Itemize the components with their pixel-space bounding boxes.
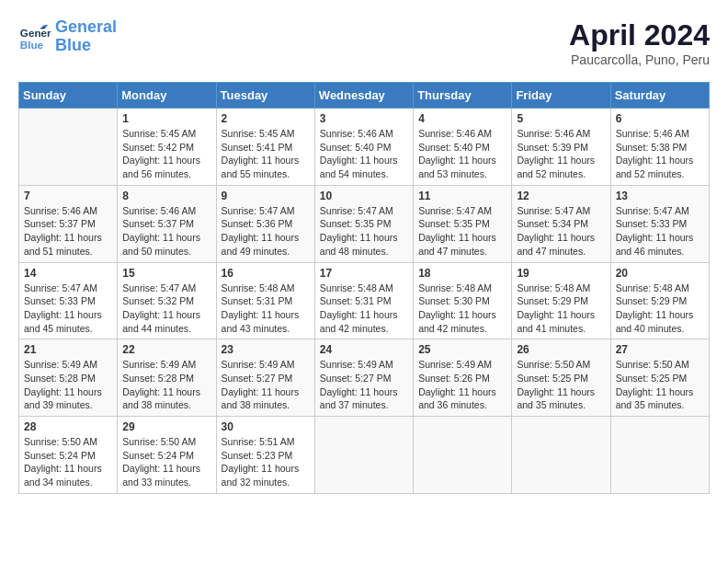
svg-text:General: General — [20, 27, 51, 39]
calendar-body: 1 Sunrise: 5:45 AM Sunset: 5:42 PM Dayli… — [19, 109, 710, 494]
sunrise-label: Sunrise: 5:50 AM — [517, 359, 590, 370]
sunrise-label: Sunrise: 5:48 AM — [616, 282, 689, 293]
day-number: 12 — [517, 190, 605, 202]
calendar-cell: 20 Sunrise: 5:48 AM Sunset: 5:29 PM Dayl… — [610, 262, 709, 339]
day-info: Sunrise: 5:48 AM Sunset: 5:29 PM Dayligh… — [616, 282, 704, 336]
daylight-label: Daylight: 11 hours and 45 minutes. — [24, 309, 102, 334]
daylight-label: Daylight: 11 hours and 34 minutes. — [24, 463, 102, 488]
day-info: Sunrise: 5:45 AM Sunset: 5:41 PM Dayligh… — [222, 127, 310, 181]
day-info: Sunrise: 5:50 AM Sunset: 5:25 PM Dayligh… — [517, 358, 605, 412]
sunrise-label: Sunrise: 5:50 AM — [24, 436, 97, 447]
day-number: 7 — [24, 190, 112, 202]
calendar-cell — [19, 109, 118, 186]
day-number: 28 — [24, 420, 112, 433]
calendar-cell — [610, 417, 709, 494]
sunrise-label: Sunrise: 5:46 AM — [418, 128, 492, 139]
calendar-cell: 4 Sunrise: 5:46 AM Sunset: 5:40 PM Dayli… — [414, 109, 512, 186]
sunrise-label: Sunrise: 5:49 AM — [222, 359, 295, 370]
day-number: 25 — [418, 343, 506, 356]
sunrise-label: Sunrise: 5:48 AM — [320, 282, 393, 293]
calendar-cell: 10 Sunrise: 5:47 AM Sunset: 5:35 PM Dayl… — [314, 185, 413, 262]
day-number: 20 — [616, 267, 704, 280]
sunset-label: Sunset: 5:27 PM — [222, 373, 293, 384]
sunrise-label: Sunrise: 5:45 AM — [122, 128, 196, 139]
day-info: Sunrise: 5:47 AM Sunset: 5:34 PM Dayligh… — [517, 204, 605, 259]
calendar-cell: 13 Sunrise: 5:47 AM Sunset: 5:33 PM Dayl… — [610, 185, 709, 262]
sunrise-label: Sunrise: 5:47 AM — [24, 282, 97, 293]
calendar-cell: 11 Sunrise: 5:47 AM Sunset: 5:35 PM Dayl… — [414, 185, 512, 262]
sunset-label: Sunset: 5:30 PM — [418, 295, 490, 306]
calendar-cell: 23 Sunrise: 5:49 AM Sunset: 5:27 PM Dayl… — [216, 339, 314, 417]
sunrise-label: Sunrise: 5:46 AM — [24, 205, 97, 216]
day-info: Sunrise: 5:48 AM Sunset: 5:31 PM Dayligh… — [222, 282, 310, 336]
calendar-cell: 9 Sunrise: 5:47 AM Sunset: 5:36 PM Dayli… — [216, 185, 314, 262]
day-number: 6 — [616, 112, 704, 125]
day-number: 30 — [222, 420, 310, 433]
sunset-label: Sunset: 5:42 PM — [122, 142, 194, 153]
day-number: 4 — [418, 112, 506, 125]
calendar-cell: 8 Sunrise: 5:46 AM Sunset: 5:37 PM Dayli… — [118, 185, 216, 262]
weekday-header: Friday — [512, 83, 610, 109]
calendar-cell: 2 Sunrise: 5:45 AM Sunset: 5:41 PM Dayli… — [216, 109, 314, 186]
weekday-header: Wednesday — [314, 83, 413, 109]
day-info: Sunrise: 5:49 AM Sunset: 5:27 PM Dayligh… — [222, 358, 310, 412]
sunset-label: Sunset: 5:33 PM — [616, 218, 688, 229]
day-info: Sunrise: 5:47 AM Sunset: 5:33 PM Dayligh… — [616, 204, 704, 259]
day-info: Sunrise: 5:50 AM Sunset: 5:24 PM Dayligh… — [24, 435, 112, 489]
calendar-week-row: 7 Sunrise: 5:46 AM Sunset: 5:37 PM Dayli… — [19, 185, 710, 262]
sunset-label: Sunset: 5:24 PM — [122, 450, 194, 461]
logo-icon: General Blue — [18, 20, 51, 53]
calendar-week-row: 1 Sunrise: 5:45 AM Sunset: 5:42 PM Dayli… — [19, 109, 710, 186]
daylight-label: Daylight: 11 hours and 32 minutes. — [222, 463, 300, 488]
calendar-table: SundayMondayTuesdayWednesdayThursdayFrid… — [18, 82, 710, 494]
sunrise-label: Sunrise: 5:46 AM — [320, 128, 393, 139]
calendar-cell: 29 Sunrise: 5:50 AM Sunset: 5:24 PM Dayl… — [118, 417, 216, 494]
daylight-label: Daylight: 11 hours and 46 minutes. — [616, 232, 694, 257]
daylight-label: Daylight: 11 hours and 37 minutes. — [320, 386, 398, 411]
daylight-label: Daylight: 11 hours and 41 minutes. — [517, 309, 595, 334]
day-info: Sunrise: 5:46 AM Sunset: 5:37 PM Dayligh… — [122, 204, 210, 259]
daylight-label: Daylight: 11 hours and 43 minutes. — [222, 309, 300, 334]
sunset-label: Sunset: 5:26 PM — [418, 373, 490, 384]
daylight-label: Daylight: 11 hours and 38 minutes. — [222, 386, 300, 411]
sunset-label: Sunset: 5:28 PM — [24, 373, 96, 384]
day-info: Sunrise: 5:46 AM Sunset: 5:38 PM Dayligh… — [616, 127, 704, 181]
day-number: 8 — [122, 190, 210, 202]
sunrise-label: Sunrise: 5:48 AM — [222, 282, 295, 293]
sunrise-label: Sunrise: 5:50 AM — [616, 359, 689, 370]
sunset-label: Sunset: 5:36 PM — [222, 218, 293, 229]
daylight-label: Daylight: 11 hours and 49 minutes. — [222, 232, 300, 257]
sunrise-label: Sunrise: 5:46 AM — [122, 205, 196, 216]
daylight-label: Daylight: 11 hours and 35 minutes. — [517, 386, 595, 411]
calendar-cell: 30 Sunrise: 5:51 AM Sunset: 5:23 PM Dayl… — [216, 417, 314, 494]
logo-text: GeneralBlue — [55, 18, 117, 55]
sunrise-label: Sunrise: 5:47 AM — [122, 282, 196, 293]
daylight-label: Daylight: 11 hours and 54 minutes. — [320, 155, 398, 179]
sunset-label: Sunset: 5:31 PM — [222, 295, 293, 306]
day-number: 11 — [418, 190, 506, 202]
sunrise-label: Sunrise: 5:45 AM — [222, 128, 295, 139]
page-header: General Blue GeneralBlue April 2024 Pauc… — [18, 18, 710, 67]
daylight-label: Daylight: 11 hours and 51 minutes. — [24, 232, 102, 257]
day-number: 15 — [122, 267, 210, 280]
day-info: Sunrise: 5:48 AM Sunset: 5:29 PM Dayligh… — [517, 282, 605, 336]
weekday-header: Thursday — [414, 83, 512, 109]
sunset-label: Sunset: 5:29 PM — [616, 295, 688, 306]
calendar-cell: 3 Sunrise: 5:46 AM Sunset: 5:40 PM Dayli… — [314, 109, 413, 186]
sunset-label: Sunset: 5:37 PM — [24, 218, 96, 229]
daylight-label: Daylight: 11 hours and 52 minutes. — [517, 155, 595, 179]
sunset-label: Sunset: 5:40 PM — [320, 142, 392, 153]
day-info: Sunrise: 5:49 AM Sunset: 5:26 PM Dayligh… — [418, 358, 506, 412]
weekday-header: Monday — [118, 83, 216, 109]
logo: General Blue GeneralBlue — [18, 18, 117, 55]
sunrise-label: Sunrise: 5:46 AM — [517, 128, 590, 139]
daylight-label: Daylight: 11 hours and 40 minutes. — [616, 309, 694, 334]
daylight-label: Daylight: 11 hours and 47 minutes. — [517, 232, 595, 257]
sunset-label: Sunset: 5:29 PM — [517, 295, 588, 306]
sunset-label: Sunset: 5:31 PM — [320, 295, 392, 306]
daylight-label: Daylight: 11 hours and 33 minutes. — [122, 463, 200, 488]
sunrise-label: Sunrise: 5:47 AM — [222, 205, 295, 216]
sunrise-label: Sunrise: 5:49 AM — [122, 359, 196, 370]
day-number: 10 — [320, 190, 408, 202]
sunrise-label: Sunrise: 5:49 AM — [418, 359, 492, 370]
